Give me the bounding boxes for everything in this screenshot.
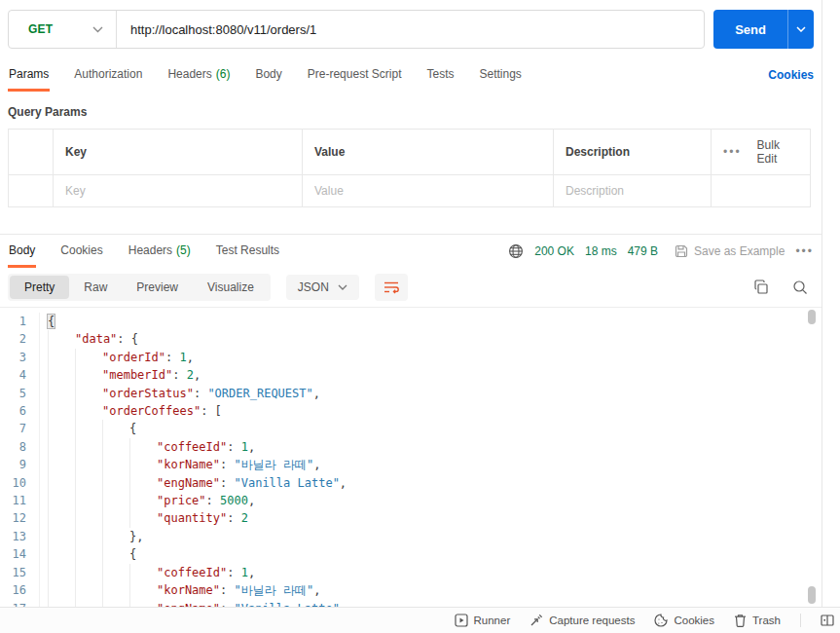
response-more-icon[interactable]: ••• xyxy=(795,244,814,258)
table-actions: ••• Bulk Edit xyxy=(712,130,810,174)
response-size[interactable]: 479 B xyxy=(628,244,658,258)
response-body-viewer[interactable]: 1{2"data": {3"orderId": 1,4"memberId": 2… xyxy=(0,307,822,607)
capture-requests-icon xyxy=(530,614,543,627)
tab-settings[interactable]: Settings xyxy=(479,58,523,92)
split-pane-icon xyxy=(821,614,834,626)
cookies-link[interactable]: Cookies xyxy=(768,58,814,92)
copy-icon[interactable] xyxy=(753,279,769,295)
key-column-header: Key xyxy=(54,130,303,174)
code-line: 14{ xyxy=(0,545,822,563)
bottom-panel-toggle[interactable] xyxy=(821,614,834,626)
tab-response-cookies[interactable]: Cookies xyxy=(59,235,103,268)
tab-response-body[interactable]: Body xyxy=(8,235,36,268)
response-meta: 200 OK 18 ms 479 B Save as Example xyxy=(508,235,814,268)
query-params-table: Key Value Description ••• Bulk Edit xyxy=(8,129,811,207)
right-gutter xyxy=(822,0,840,607)
view-pretty[interactable]: Pretty xyxy=(10,276,69,299)
postman-app: GET Send xyxy=(0,0,840,633)
value-cell xyxy=(303,175,554,206)
response-tabs: Body Cookies Headers(5) Test Results 200… xyxy=(0,235,822,268)
method-select[interactable]: GET xyxy=(9,11,116,48)
capture-requests-button[interactable]: Capture requests xyxy=(530,614,635,627)
wrap-text-icon xyxy=(383,280,399,294)
code-line: 9"korName": "바닐라 라떼", xyxy=(0,456,822,473)
tab-tests[interactable]: Tests xyxy=(425,58,455,92)
view-mode-segmented-control: Pretty Raw Preview Visualize xyxy=(8,274,271,301)
code-line: 5"orderStatus": "ORDER_REQUEST", xyxy=(0,385,822,402)
response-view-bar: Pretty Raw Preview Visualize JSON xyxy=(8,273,814,302)
response-pane: Body Cookies Headers(5) Test Results 200… xyxy=(0,234,822,607)
tab-test-results[interactable]: Test Results xyxy=(215,235,280,268)
code-line: 1{ xyxy=(0,313,822,330)
code-line: 11"price": 5000, xyxy=(0,492,822,509)
description-column-header: Description xyxy=(554,130,712,174)
code-line: 6"orderCoffees": [ xyxy=(0,402,822,420)
runner-button[interactable]: Runner xyxy=(455,614,511,627)
code-line: 4"memberId": 2, xyxy=(0,366,822,384)
trash-button[interactable]: Trash xyxy=(734,614,781,627)
url-box: GET xyxy=(8,10,705,49)
status-badge[interactable]: 200 OK xyxy=(534,244,574,258)
url-input[interactable] xyxy=(117,11,704,48)
cookie-icon xyxy=(654,614,668,627)
footer-bar: Runner Capture requests Cookies xyxy=(0,607,840,633)
code-line: 10"engName": "Vanilla Latte", xyxy=(0,474,822,492)
save-icon xyxy=(675,244,688,258)
table-row xyxy=(9,174,810,206)
key-input[interactable] xyxy=(65,184,290,198)
value-input[interactable] xyxy=(314,184,541,198)
code-line: 2"data": { xyxy=(0,330,822,348)
tab-body[interactable]: Body xyxy=(254,58,282,92)
more-actions-icon[interactable]: ••• xyxy=(723,145,742,159)
chevron-down-icon xyxy=(338,284,347,290)
send-options-button[interactable] xyxy=(787,10,814,49)
description-cell xyxy=(554,175,712,206)
code-line: 3"orderId": 1, xyxy=(0,349,822,366)
response-time[interactable]: 18 ms xyxy=(585,244,617,258)
code-line: 12"quantity": 2 xyxy=(0,509,822,527)
row-actions-cell xyxy=(712,175,810,206)
key-cell xyxy=(54,175,303,206)
wrap-text-button[interactable] xyxy=(375,274,408,301)
tab-headers[interactable]: Headers(6) xyxy=(166,58,231,92)
runner-icon xyxy=(455,614,468,627)
network-globe-icon[interactable] xyxy=(508,243,524,259)
vertical-scrollbar-thumb[interactable] xyxy=(808,310,816,324)
tab-authorization[interactable]: Authorization xyxy=(73,58,143,92)
format-select[interactable]: JSON xyxy=(286,275,359,300)
code-line: 13}, xyxy=(0,528,822,545)
request-pane: GET Send xyxy=(0,0,822,234)
code-line: 17"engName": "Vanilla Latte", xyxy=(0,600,822,608)
code-line: 8"coffeeId": 1, xyxy=(0,438,822,456)
tab-params[interactable]: Params xyxy=(8,58,50,92)
code-line: 7{ xyxy=(0,420,822,437)
send-button[interactable]: Send xyxy=(713,10,787,49)
request-url-bar: GET Send xyxy=(0,0,822,58)
view-raw[interactable]: Raw xyxy=(69,276,122,299)
bulk-edit-button[interactable]: Bulk Edit xyxy=(757,138,798,166)
method-label: GET xyxy=(28,22,53,36)
response-body-code: 1{2"data": {3"orderId": 1,4"memberId": 2… xyxy=(0,313,822,607)
tab-response-headers[interactable]: Headers(5) xyxy=(128,235,192,268)
search-icon[interactable] xyxy=(792,279,808,295)
chevron-down-icon xyxy=(92,26,103,33)
request-tabs: Params Authorization Headers(6) Body Pre… xyxy=(0,58,822,92)
select-column-header xyxy=(9,130,54,174)
view-visualize[interactable]: Visualize xyxy=(193,276,269,299)
tab-pre-request-script[interactable]: Pre-request Script xyxy=(307,58,403,92)
footer-divider xyxy=(800,614,801,627)
code-line: 16"korName": "바닐라 라떼", xyxy=(0,581,822,599)
chevron-down-icon xyxy=(796,26,806,32)
trash-icon xyxy=(734,614,747,627)
row-select-cell xyxy=(9,175,54,206)
query-params-title: Query Params xyxy=(0,92,822,129)
description-input[interactable] xyxy=(566,184,699,198)
send-split-button: Send xyxy=(713,10,814,49)
horizontal-scrollbar-thumb[interactable] xyxy=(808,586,816,604)
cookies-manager-button[interactable]: Cookies xyxy=(654,614,714,627)
view-preview[interactable]: Preview xyxy=(122,276,193,299)
value-column-header: Value xyxy=(303,130,554,174)
save-as-example-button[interactable]: Save as Example xyxy=(675,244,785,258)
code-line: 15"coffeeId": 1, xyxy=(0,564,822,581)
table-header-row: Key Value Description ••• Bulk Edit xyxy=(9,130,810,174)
